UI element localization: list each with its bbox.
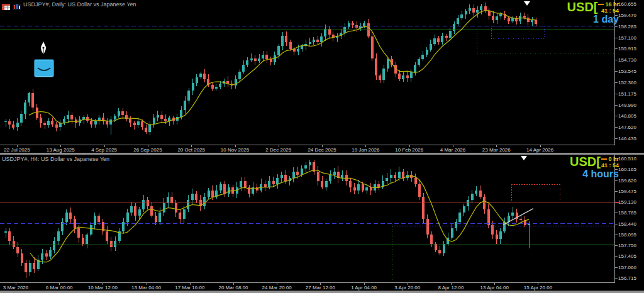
price-label: 157.060 xyxy=(618,264,636,270)
chart-panel-daily: USDJPY#, Daily: US Dollar vs Japanese Ye… xyxy=(0,0,644,153)
price-tick xyxy=(615,224,618,224)
price-tick xyxy=(615,38,618,38)
trading-terminal: USDJPY#, Daily: US Dollar vs Japanese Ye… xyxy=(0,0,644,293)
price-label: 151.175 xyxy=(618,91,636,96)
price-tick xyxy=(615,213,618,213)
time-label: 4 Sep 2025 xyxy=(91,147,117,153)
session-timer: 0 hr 41 : 54 xyxy=(601,156,619,169)
price-label: 157.405 xyxy=(618,253,636,259)
timer-bar-icon xyxy=(601,158,607,160)
time-label: 8 Apr 12:00 xyxy=(438,285,464,290)
time-tick xyxy=(494,283,495,285)
time-tick xyxy=(191,145,192,147)
price-tick xyxy=(615,60,618,60)
time-label: 19 Jan 2026 xyxy=(352,147,379,153)
time-label: 15 Apr 20:00 xyxy=(524,285,552,290)
price-tick xyxy=(615,71,618,72)
price-label: 158.785 xyxy=(618,210,636,216)
time-label: 6 Mar 00:00 xyxy=(46,285,73,290)
price-tick xyxy=(615,191,618,192)
time-tick xyxy=(453,145,453,147)
time-tick xyxy=(103,283,103,285)
price-label: 159.470 xyxy=(618,12,636,18)
time-label: 13 Mar 04:00 xyxy=(131,285,161,290)
ma-line[interactable] xyxy=(29,11,536,125)
price-label: 157.750 xyxy=(618,243,636,248)
price-tick xyxy=(615,180,618,181)
ma-line[interactable] xyxy=(30,170,529,262)
time-label: 10 Feb 2026 xyxy=(395,147,423,153)
annotations[interactable] xyxy=(524,1,530,6)
price-tick xyxy=(615,202,619,203)
price-tick xyxy=(615,267,618,268)
curve-draw-icon xyxy=(35,60,53,75)
price-label: 154.730 xyxy=(618,57,636,63)
time-label: 10 Nov 2025 xyxy=(221,147,249,153)
time-label: 26 Sep 2025 xyxy=(133,147,162,153)
time-label: 1 Apr 04:00 xyxy=(351,285,377,290)
daily-time-axis[interactable]: 22 Jul 202513 Aug 20254 Sep 202526 Sep 2… xyxy=(0,145,615,153)
time-label: 3 Apr 20:00 xyxy=(394,285,420,290)
time-label: 17 Mar 16:00 xyxy=(175,285,204,290)
price-tick xyxy=(615,116,618,116)
time-label: 23 Mar 2026 xyxy=(482,147,511,153)
time-label: 13 Apr 04:00 xyxy=(480,285,509,290)
symbol-label: USD[ xyxy=(567,1,598,13)
time-label: 3 Mar 2026 xyxy=(3,285,28,290)
time-tick xyxy=(496,145,497,147)
candles-group xyxy=(4,3,537,135)
price-label: 159.475 xyxy=(618,188,636,194)
candles-group xyxy=(4,160,530,278)
time-label: 2 Dec 2025 xyxy=(265,147,291,153)
chart-panel-h4: USDJPY#, H4: US Dollar vs Japanese Yen U… xyxy=(0,155,644,290)
session-timer: 16 hr 41 : 54 xyxy=(598,1,619,14)
annotations[interactable] xyxy=(503,156,533,225)
time-tick xyxy=(364,283,365,285)
time-tick xyxy=(322,145,323,147)
price-tick xyxy=(615,245,618,246)
time-label: 20 Mar 08:00 xyxy=(218,285,248,290)
price-tick xyxy=(615,256,618,257)
time-label: 4 Mar 2026 xyxy=(440,147,465,153)
time-label: 14 Apr 2026 xyxy=(526,147,553,153)
price-tick xyxy=(615,94,618,94)
symbol-label: USD[ xyxy=(570,156,601,168)
curve-draw-button[interactable] xyxy=(34,59,54,77)
price-label: 149.990 xyxy=(618,102,636,108)
h4-hud: USD[ 0 hr 41 : 54 4 hours xyxy=(570,156,619,179)
mini-chart-icon[interactable] xyxy=(13,1,21,8)
price-tick xyxy=(615,235,618,235)
time-tick xyxy=(235,145,236,147)
price-label: 155.915 xyxy=(618,46,636,52)
daily-plot-area[interactable] xyxy=(0,0,615,145)
time-label: 27 Mar 12:00 xyxy=(306,285,335,290)
pen-nib-icon[interactable] xyxy=(38,41,48,55)
time-tick xyxy=(279,145,279,147)
timeframe-label: 4 hours xyxy=(570,169,619,179)
price-label: 160.165 xyxy=(618,167,636,172)
time-tick xyxy=(148,145,148,147)
price-label: 147.620 xyxy=(618,124,636,130)
data-grid-icon[interactable] xyxy=(2,1,10,8)
daily-price-axis[interactable]: 160.655159.470158.285157.100155.915154.7… xyxy=(615,0,644,153)
chart-title: USDJPY#, H4: US Dollar vs Japanese Yen xyxy=(2,156,109,162)
price-label: 156.715 xyxy=(618,275,636,281)
time-tick xyxy=(277,283,277,285)
overlay-boxes xyxy=(511,185,560,202)
price-label: 148.805 xyxy=(618,113,636,119)
timeframe-label: 1 day xyxy=(567,14,619,25)
h4-plot-area[interactable] xyxy=(0,155,615,283)
price-tick xyxy=(615,127,618,128)
price-label: 158.285 xyxy=(618,23,636,29)
time-label: 24 Mar 20:00 xyxy=(262,285,292,290)
time-tick xyxy=(104,145,105,147)
time-tick xyxy=(538,283,538,285)
h4-time-axis[interactable]: 3 Mar 20266 Mar 00:0010 Mar 12:0013 Mar … xyxy=(0,283,615,290)
daily-hud: USD[ 16 hr 41 : 54 1 day xyxy=(567,1,619,25)
time-label: 24 Dec 2025 xyxy=(308,147,336,153)
level-lines[interactable] xyxy=(0,26,614,30)
h4-price-axis[interactable]: 160.510160.165159.820159.475159.130158.7… xyxy=(615,155,644,290)
time-label: 13 Aug 2025 xyxy=(47,147,75,153)
time-label: 10 Mar 12:00 xyxy=(88,285,118,290)
chart-title-bar: USDJPY#, Daily: US Dollar vs Japanese Ye… xyxy=(2,1,136,8)
